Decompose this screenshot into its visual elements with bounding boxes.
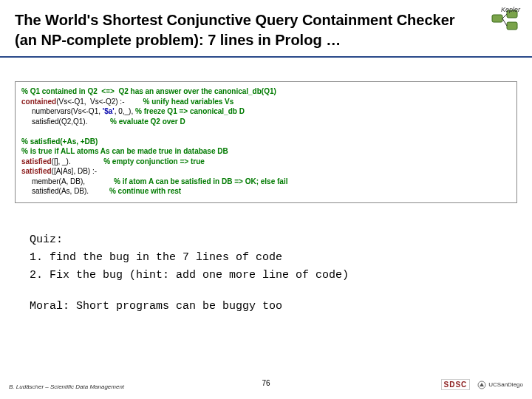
code-text: ([A|As], DB) :-: [52, 167, 98, 175]
quiz-heading: Quiz:: [30, 233, 63, 246]
code-comment: % continue with rest: [109, 187, 181, 195]
ucsd-seal-icon: [477, 381, 486, 389]
code-text: (Vs<-Q1, Vs<-Q2) :-: [56, 98, 143, 106]
code-comment: % if atom A can be satisfied in DB => OK…: [114, 177, 287, 185]
slide-title: The World's Shortest Conjunctive Query C…: [15, 10, 458, 50]
code-predicate: contained: [21, 98, 56, 106]
quiz-item-1: 1. find the bug in the 7 lines of code: [30, 251, 282, 264]
quiz-item-2: 2. Fix the bug (hint: add one more line …: [30, 269, 349, 282]
code-text: , 0,_),: [115, 107, 135, 115]
code-text: ([], _).: [52, 157, 104, 166]
code-comment: % satisfied(+As, +DB): [21, 137, 98, 146]
footer-author: B. Ludäscher – Scientific Data Managemen…: [9, 383, 124, 390]
code-comment: % freeze Q1 => canonical_db D: [135, 107, 245, 115]
footer-logos: SDSC UCSanDiego: [441, 379, 524, 390]
kepler-logo: Kepler: [491, 7, 522, 35]
code-comment: % empty conjunction => true: [103, 157, 205, 166]
code-comment: % Q1 contained in Q2 <=> Q2 has an answe…: [21, 87, 276, 95]
code-string: '$a': [103, 107, 115, 115]
page-number: 76: [262, 379, 270, 387]
code-text: satisfied(As, DB).: [21, 187, 109, 195]
ucsd-text: UCSanDiego: [488, 381, 523, 388]
code-listing: % Q1 contained in Q2 <=> Q2 has an answe…: [15, 81, 517, 203]
code-text: satisfied(Q2,Q1).: [21, 117, 110, 126]
slide-footer: B. Ludäscher – Scientific Data Managemen…: [0, 377, 532, 393]
kepler-logo-text: Kepler: [501, 6, 520, 13]
code-text: numbervars(Vs<-Q1,: [21, 107, 103, 115]
code-predicate: satisfied: [21, 157, 52, 166]
slide-header: The World's Shortest Conjunctive Query C…: [0, 0, 532, 58]
quiz-moral: Moral: Short programs can be buggy too: [30, 298, 502, 316]
svg-rect-2: [507, 22, 517, 30]
code-predicate: satisfied: [21, 167, 52, 175]
svg-line-3: [502, 14, 507, 18]
code-text: member(A, DB),: [21, 177, 114, 185]
code-comment: % is true if ALL atoms As can be made tr…: [21, 147, 228, 155]
svg-rect-0: [492, 15, 502, 22]
sdsc-logo: SDSC: [441, 379, 471, 390]
code-comment: % unify head variables Vs: [143, 98, 233, 106]
code-comment: % evaluate Q2 over D: [110, 117, 185, 126]
svg-line-4: [502, 18, 507, 26]
ucsd-logo: UCSanDiego: [477, 381, 523, 389]
quiz-text: Quiz: 1. find the bug in the 7 lines of …: [30, 231, 502, 284]
quiz-block: Quiz: 1. find the bug in the 7 lines of …: [30, 231, 502, 316]
